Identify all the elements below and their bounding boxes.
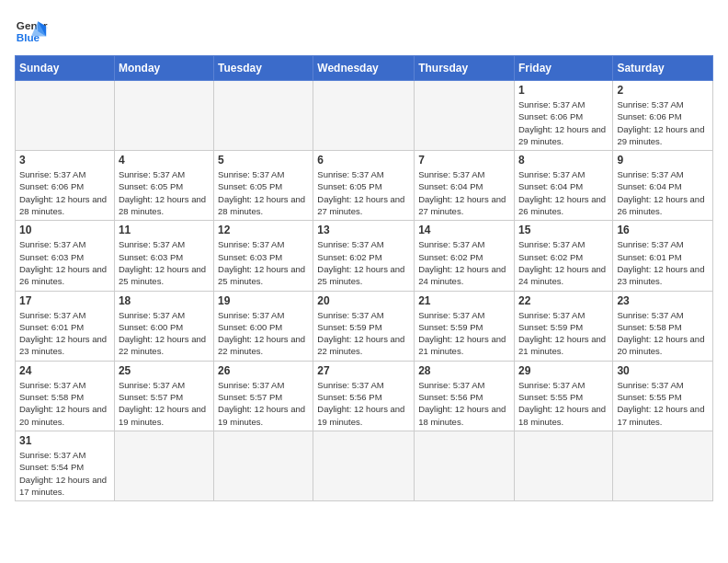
calendar-week-row: 1Sunrise: 5:37 AM Sunset: 6:06 PM Daylig… [16, 81, 713, 151]
day-number: 28 [418, 364, 510, 377]
day-info: Sunrise: 5:37 AM Sunset: 5:59 PM Dayligh… [518, 309, 609, 358]
day-info: Sunrise: 5:37 AM Sunset: 6:05 PM Dayligh… [119, 168, 210, 217]
day-number: 18 [119, 294, 210, 307]
day-info: Sunrise: 5:37 AM Sunset: 5:59 PM Dayligh… [418, 309, 510, 358]
weekday-header-wednesday: Wednesday [313, 56, 415, 81]
calendar-cell: 4Sunrise: 5:37 AM Sunset: 6:05 PM Daylig… [114, 151, 213, 221]
calendar-cell [415, 431, 515, 500]
weekday-header-saturday: Saturday [613, 56, 713, 81]
logo: General Blue [15, 15, 48, 48]
day-number: 21 [418, 294, 510, 307]
day-info: Sunrise: 5:37 AM Sunset: 6:02 PM Dayligh… [418, 238, 510, 287]
weekday-header-monday: Monday [114, 56, 213, 81]
day-number: 20 [317, 294, 410, 307]
day-info: Sunrise: 5:37 AM Sunset: 6:04 PM Dayligh… [617, 168, 709, 217]
calendar-cell: 28Sunrise: 5:37 AM Sunset: 5:56 PM Dayli… [415, 361, 515, 431]
day-info: Sunrise: 5:37 AM Sunset: 5:56 PM Dayligh… [317, 379, 410, 428]
day-info: Sunrise: 5:37 AM Sunset: 6:04 PM Dayligh… [418, 168, 510, 217]
day-number: 17 [19, 294, 110, 307]
day-info: Sunrise: 5:37 AM Sunset: 6:01 PM Dayligh… [19, 309, 110, 358]
day-number: 15 [518, 224, 609, 236]
calendar-cell: 22Sunrise: 5:37 AM Sunset: 5:59 PM Dayli… [514, 291, 612, 361]
calendar-cell: 11Sunrise: 5:37 AM Sunset: 6:03 PM Dayli… [114, 221, 213, 291]
calendar-cell: 17Sunrise: 5:37 AM Sunset: 6:01 PM Dayli… [16, 291, 115, 361]
day-number: 16 [617, 224, 709, 236]
day-number: 30 [617, 364, 709, 377]
day-info: Sunrise: 5:37 AM Sunset: 6:05 PM Dayligh… [218, 168, 309, 217]
calendar-cell: 24Sunrise: 5:37 AM Sunset: 5:58 PM Dayli… [16, 361, 115, 431]
day-number: 6 [317, 154, 410, 167]
logo-icon: General Blue [15, 15, 48, 48]
day-info: Sunrise: 5:37 AM Sunset: 5:58 PM Dayligh… [19, 379, 110, 428]
day-number: 11 [119, 224, 210, 236]
day-number: 24 [19, 364, 110, 377]
day-number: 12 [218, 224, 309, 236]
calendar-cell: 1Sunrise: 5:37 AM Sunset: 6:06 PM Daylig… [514, 81, 612, 151]
day-number: 27 [317, 364, 410, 377]
day-info: Sunrise: 5:37 AM Sunset: 5:54 PM Dayligh… [19, 449, 110, 498]
day-info: Sunrise: 5:37 AM Sunset: 6:03 PM Dayligh… [218, 238, 309, 287]
day-number: 19 [218, 294, 309, 307]
header: General Blue [15, 15, 713, 48]
calendar-cell: 20Sunrise: 5:37 AM Sunset: 5:59 PM Dayli… [313, 291, 415, 361]
calendar-cell: 26Sunrise: 5:37 AM Sunset: 5:57 PM Dayli… [214, 361, 313, 431]
calendar-cell: 16Sunrise: 5:37 AM Sunset: 6:01 PM Dayli… [613, 221, 713, 291]
day-info: Sunrise: 5:37 AM Sunset: 5:56 PM Dayligh… [418, 379, 510, 428]
weekday-header-friday: Friday [514, 56, 612, 81]
calendar-cell: 8Sunrise: 5:37 AM Sunset: 6:04 PM Daylig… [514, 151, 612, 221]
calendar-week-row: 24Sunrise: 5:37 AM Sunset: 5:58 PM Dayli… [16, 361, 713, 431]
calendar-cell [415, 81, 515, 151]
day-info: Sunrise: 5:37 AM Sunset: 6:05 PM Dayligh… [317, 168, 410, 217]
calendar-week-row: 31Sunrise: 5:37 AM Sunset: 5:54 PM Dayli… [16, 431, 713, 500]
calendar-cell [16, 81, 115, 151]
weekday-header-thursday: Thursday [415, 56, 515, 81]
calendar-cell: 19Sunrise: 5:37 AM Sunset: 6:00 PM Dayli… [214, 291, 313, 361]
calendar-cell: 7Sunrise: 5:37 AM Sunset: 6:04 PM Daylig… [415, 151, 515, 221]
day-info: Sunrise: 5:37 AM Sunset: 6:06 PM Dayligh… [617, 98, 709, 147]
calendar-cell [114, 81, 213, 151]
day-number: 3 [19, 154, 110, 167]
day-info: Sunrise: 5:37 AM Sunset: 6:06 PM Dayligh… [518, 98, 609, 147]
day-info: Sunrise: 5:37 AM Sunset: 6:00 PM Dayligh… [119, 309, 210, 358]
day-number: 2 [617, 84, 709, 97]
calendar-cell: 29Sunrise: 5:37 AM Sunset: 5:55 PM Dayli… [514, 361, 612, 431]
day-number: 8 [518, 154, 609, 167]
calendar-cell: 3Sunrise: 5:37 AM Sunset: 6:06 PM Daylig… [16, 151, 115, 221]
calendar-cell: 31Sunrise: 5:37 AM Sunset: 5:54 PM Dayli… [16, 431, 115, 500]
calendar-cell: 21Sunrise: 5:37 AM Sunset: 5:59 PM Dayli… [415, 291, 515, 361]
day-info: Sunrise: 5:37 AM Sunset: 6:06 PM Dayligh… [19, 168, 110, 217]
day-info: Sunrise: 5:37 AM Sunset: 6:00 PM Dayligh… [218, 309, 309, 358]
calendar-cell [313, 431, 415, 500]
day-number: 22 [518, 294, 609, 307]
calendar-cell: 9Sunrise: 5:37 AM Sunset: 6:04 PM Daylig… [613, 151, 713, 221]
calendar-cell: 14Sunrise: 5:37 AM Sunset: 6:02 PM Dayli… [415, 221, 515, 291]
calendar-cell [514, 431, 612, 500]
calendar-cell: 5Sunrise: 5:37 AM Sunset: 6:05 PM Daylig… [214, 151, 313, 221]
calendar-cell: 2Sunrise: 5:37 AM Sunset: 6:06 PM Daylig… [613, 81, 713, 151]
calendar: SundayMondayTuesdayWednesdayThursdayFrid… [15, 55, 713, 501]
day-info: Sunrise: 5:37 AM Sunset: 5:58 PM Dayligh… [617, 309, 709, 358]
day-number: 14 [418, 224, 510, 236]
day-number: 1 [518, 84, 609, 97]
day-info: Sunrise: 5:37 AM Sunset: 5:57 PM Dayligh… [218, 379, 309, 428]
calendar-cell [613, 431, 713, 500]
day-number: 4 [119, 154, 210, 167]
day-number: 13 [317, 224, 410, 236]
calendar-cell: 13Sunrise: 5:37 AM Sunset: 6:02 PM Dayli… [313, 221, 415, 291]
calendar-week-row: 17Sunrise: 5:37 AM Sunset: 6:01 PM Dayli… [16, 291, 713, 361]
day-number: 29 [518, 364, 609, 377]
calendar-cell [114, 431, 213, 500]
day-info: Sunrise: 5:37 AM Sunset: 5:59 PM Dayligh… [317, 309, 410, 358]
day-number: 9 [617, 154, 709, 167]
calendar-cell: 6Sunrise: 5:37 AM Sunset: 6:05 PM Daylig… [313, 151, 415, 221]
day-info: Sunrise: 5:37 AM Sunset: 5:55 PM Dayligh… [518, 379, 609, 428]
day-info: Sunrise: 5:37 AM Sunset: 6:03 PM Dayligh… [119, 238, 210, 287]
day-number: 7 [418, 154, 510, 167]
day-info: Sunrise: 5:37 AM Sunset: 5:57 PM Dayligh… [119, 379, 210, 428]
calendar-cell [214, 431, 313, 500]
day-info: Sunrise: 5:37 AM Sunset: 5:55 PM Dayligh… [617, 379, 709, 428]
day-number: 25 [119, 364, 210, 377]
calendar-cell [313, 81, 415, 151]
day-number: 10 [19, 224, 110, 236]
weekday-header-tuesday: Tuesday [214, 56, 313, 81]
